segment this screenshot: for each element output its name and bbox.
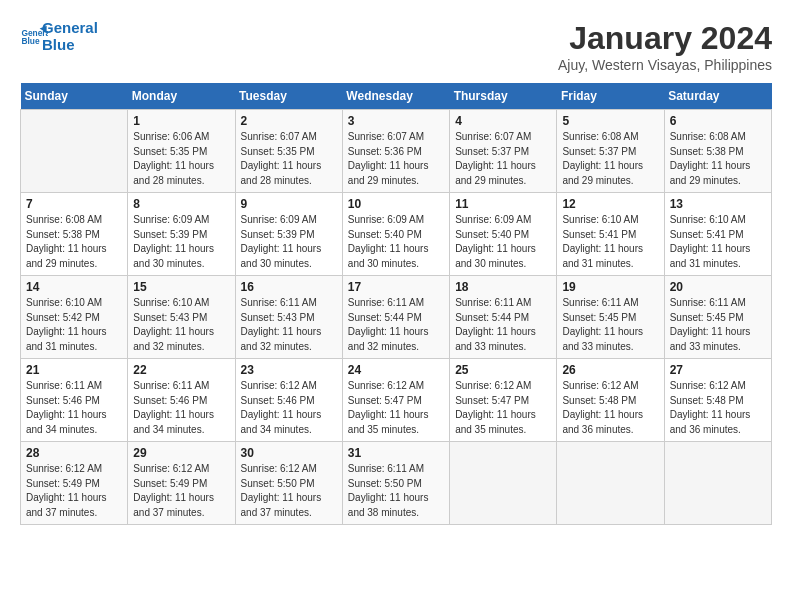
calendar-cell: 8Sunrise: 6:09 AM Sunset: 5:39 PM Daylig… (128, 193, 235, 276)
header-friday: Friday (557, 83, 664, 110)
day-info: Sunrise: 6:12 AM Sunset: 5:49 PM Dayligh… (26, 462, 122, 520)
day-info: Sunrise: 6:11 AM Sunset: 5:44 PM Dayligh… (455, 296, 551, 354)
calendar-cell: 15Sunrise: 6:10 AM Sunset: 5:43 PM Dayli… (128, 276, 235, 359)
day-number: 18 (455, 280, 551, 294)
day-info: Sunrise: 6:12 AM Sunset: 5:48 PM Dayligh… (670, 379, 766, 437)
day-number: 15 (133, 280, 229, 294)
day-info: Sunrise: 6:10 AM Sunset: 5:41 PM Dayligh… (562, 213, 658, 271)
day-number: 24 (348, 363, 444, 377)
day-number: 11 (455, 197, 551, 211)
day-info: Sunrise: 6:10 AM Sunset: 5:42 PM Dayligh… (26, 296, 122, 354)
day-number: 5 (562, 114, 658, 128)
day-info: Sunrise: 6:12 AM Sunset: 5:47 PM Dayligh… (348, 379, 444, 437)
day-number: 29 (133, 446, 229, 460)
day-info: Sunrise: 6:07 AM Sunset: 5:36 PM Dayligh… (348, 130, 444, 188)
calendar-cell: 21Sunrise: 6:11 AM Sunset: 5:46 PM Dayli… (21, 359, 128, 442)
calendar-cell: 24Sunrise: 6:12 AM Sunset: 5:47 PM Dayli… (342, 359, 449, 442)
logo: General Blue General Blue (20, 20, 98, 53)
day-number: 6 (670, 114, 766, 128)
title-area: January 2024 Ajuy, Western Visayas, Phil… (558, 20, 772, 73)
day-number: 23 (241, 363, 337, 377)
calendar-cell: 27Sunrise: 6:12 AM Sunset: 5:48 PM Dayli… (664, 359, 771, 442)
header-wednesday: Wednesday (342, 83, 449, 110)
day-number: 10 (348, 197, 444, 211)
calendar-cell: 4Sunrise: 6:07 AM Sunset: 5:37 PM Daylig… (450, 110, 557, 193)
calendar-cell: 20Sunrise: 6:11 AM Sunset: 5:45 PM Dayli… (664, 276, 771, 359)
day-info: Sunrise: 6:10 AM Sunset: 5:41 PM Dayligh… (670, 213, 766, 271)
calendar-cell: 28Sunrise: 6:12 AM Sunset: 5:49 PM Dayli… (21, 442, 128, 525)
calendar-cell: 9Sunrise: 6:09 AM Sunset: 5:39 PM Daylig… (235, 193, 342, 276)
page-subtitle: Ajuy, Western Visayas, Philippines (558, 57, 772, 73)
day-number: 21 (26, 363, 122, 377)
day-info: Sunrise: 6:11 AM Sunset: 5:45 PM Dayligh… (562, 296, 658, 354)
day-number: 31 (348, 446, 444, 460)
day-info: Sunrise: 6:06 AM Sunset: 5:35 PM Dayligh… (133, 130, 229, 188)
day-info: Sunrise: 6:09 AM Sunset: 5:40 PM Dayligh… (348, 213, 444, 271)
svg-text:Blue: Blue (21, 36, 39, 46)
calendar-cell: 14Sunrise: 6:10 AM Sunset: 5:42 PM Dayli… (21, 276, 128, 359)
logo-line2: Blue (42, 37, 98, 54)
day-info: Sunrise: 6:09 AM Sunset: 5:40 PM Dayligh… (455, 213, 551, 271)
header-monday: Monday (128, 83, 235, 110)
header-saturday: Saturday (664, 83, 771, 110)
day-info: Sunrise: 6:11 AM Sunset: 5:46 PM Dayligh… (26, 379, 122, 437)
calendar-cell: 3Sunrise: 6:07 AM Sunset: 5:36 PM Daylig… (342, 110, 449, 193)
day-info: Sunrise: 6:08 AM Sunset: 5:38 PM Dayligh… (670, 130, 766, 188)
day-number: 12 (562, 197, 658, 211)
page-title: January 2024 (558, 20, 772, 57)
day-number: 25 (455, 363, 551, 377)
day-info: Sunrise: 6:07 AM Sunset: 5:35 PM Dayligh… (241, 130, 337, 188)
day-info: Sunrise: 6:09 AM Sunset: 5:39 PM Dayligh… (133, 213, 229, 271)
header-thursday: Thursday (450, 83, 557, 110)
calendar-cell: 10Sunrise: 6:09 AM Sunset: 5:40 PM Dayli… (342, 193, 449, 276)
calendar-cell: 2Sunrise: 6:07 AM Sunset: 5:35 PM Daylig… (235, 110, 342, 193)
calendar-cell: 16Sunrise: 6:11 AM Sunset: 5:43 PM Dayli… (235, 276, 342, 359)
week-row-1: 1Sunrise: 6:06 AM Sunset: 5:35 PM Daylig… (21, 110, 772, 193)
calendar-cell: 25Sunrise: 6:12 AM Sunset: 5:47 PM Dayli… (450, 359, 557, 442)
calendar-cell: 12Sunrise: 6:10 AM Sunset: 5:41 PM Dayli… (557, 193, 664, 276)
header: General Blue General Blue January 2024 A… (20, 20, 772, 73)
calendar-cell: 26Sunrise: 6:12 AM Sunset: 5:48 PM Dayli… (557, 359, 664, 442)
day-number: 13 (670, 197, 766, 211)
day-info: Sunrise: 6:12 AM Sunset: 5:47 PM Dayligh… (455, 379, 551, 437)
day-number: 2 (241, 114, 337, 128)
day-info: Sunrise: 6:09 AM Sunset: 5:39 PM Dayligh… (241, 213, 337, 271)
calendar-cell (557, 442, 664, 525)
day-number: 26 (562, 363, 658, 377)
week-row-4: 21Sunrise: 6:11 AM Sunset: 5:46 PM Dayli… (21, 359, 772, 442)
header-sunday: Sunday (21, 83, 128, 110)
calendar-header-row: SundayMondayTuesdayWednesdayThursdayFrid… (21, 83, 772, 110)
day-info: Sunrise: 6:12 AM Sunset: 5:50 PM Dayligh… (241, 462, 337, 520)
calendar-cell: 11Sunrise: 6:09 AM Sunset: 5:40 PM Dayli… (450, 193, 557, 276)
day-number: 7 (26, 197, 122, 211)
day-info: Sunrise: 6:08 AM Sunset: 5:37 PM Dayligh… (562, 130, 658, 188)
day-info: Sunrise: 6:11 AM Sunset: 5:44 PM Dayligh… (348, 296, 444, 354)
calendar-cell (664, 442, 771, 525)
day-info: Sunrise: 6:11 AM Sunset: 5:50 PM Dayligh… (348, 462, 444, 520)
day-number: 8 (133, 197, 229, 211)
day-info: Sunrise: 6:11 AM Sunset: 5:45 PM Dayligh… (670, 296, 766, 354)
calendar-cell: 1Sunrise: 6:06 AM Sunset: 5:35 PM Daylig… (128, 110, 235, 193)
day-info: Sunrise: 6:12 AM Sunset: 5:46 PM Dayligh… (241, 379, 337, 437)
day-info: Sunrise: 6:12 AM Sunset: 5:48 PM Dayligh… (562, 379, 658, 437)
day-number: 1 (133, 114, 229, 128)
day-number: 3 (348, 114, 444, 128)
logo-line1: General (42, 20, 98, 37)
calendar-cell: 17Sunrise: 6:11 AM Sunset: 5:44 PM Dayli… (342, 276, 449, 359)
calendar-cell: 5Sunrise: 6:08 AM Sunset: 5:37 PM Daylig… (557, 110, 664, 193)
calendar-cell: 29Sunrise: 6:12 AM Sunset: 5:49 PM Dayli… (128, 442, 235, 525)
day-info: Sunrise: 6:08 AM Sunset: 5:38 PM Dayligh… (26, 213, 122, 271)
week-row-3: 14Sunrise: 6:10 AM Sunset: 5:42 PM Dayli… (21, 276, 772, 359)
day-number: 20 (670, 280, 766, 294)
calendar-cell: 30Sunrise: 6:12 AM Sunset: 5:50 PM Dayli… (235, 442, 342, 525)
day-info: Sunrise: 6:11 AM Sunset: 5:46 PM Dayligh… (133, 379, 229, 437)
day-number: 14 (26, 280, 122, 294)
day-info: Sunrise: 6:12 AM Sunset: 5:49 PM Dayligh… (133, 462, 229, 520)
calendar-cell: 19Sunrise: 6:11 AM Sunset: 5:45 PM Dayli… (557, 276, 664, 359)
day-info: Sunrise: 6:11 AM Sunset: 5:43 PM Dayligh… (241, 296, 337, 354)
calendar-cell (21, 110, 128, 193)
day-number: 27 (670, 363, 766, 377)
calendar-table: SundayMondayTuesdayWednesdayThursdayFrid… (20, 83, 772, 525)
calendar-cell: 6Sunrise: 6:08 AM Sunset: 5:38 PM Daylig… (664, 110, 771, 193)
calendar-cell: 18Sunrise: 6:11 AM Sunset: 5:44 PM Dayli… (450, 276, 557, 359)
